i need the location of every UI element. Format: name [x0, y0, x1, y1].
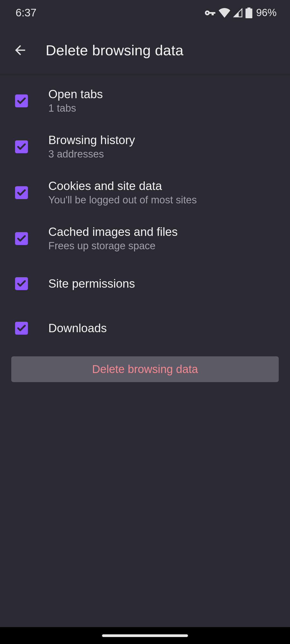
- status-bar: 6:37 96%: [0, 0, 290, 25]
- battery-percentage: 96%: [256, 7, 277, 19]
- option-text: Open tabs 1 tabs: [48, 87, 103, 114]
- option-title: Downloads: [48, 321, 107, 335]
- option-subtitle: You'll be logged out of most sites: [48, 194, 197, 206]
- status-time: 6:37: [16, 7, 37, 19]
- option-browsing-history[interactable]: Browsing history 3 addresses: [0, 124, 290, 170]
- checkbox-site-permissions[interactable]: [15, 277, 28, 290]
- option-text: Cookies and site data You'll be logged o…: [48, 179, 197, 206]
- delete-browsing-data-button[interactable]: Delete browsing data: [11, 356, 279, 382]
- checkbox-downloads[interactable]: [15, 322, 28, 335]
- checkmark-icon: [16, 142, 27, 152]
- wifi-icon: [219, 8, 230, 18]
- option-text: Downloads: [48, 321, 107, 335]
- option-title: Cached images and files: [48, 225, 178, 239]
- checkbox-cached-images[interactable]: [15, 232, 28, 245]
- navigation-bar: [0, 627, 290, 644]
- option-text: Site permissions: [48, 277, 135, 290]
- option-title: Site permissions: [48, 277, 135, 290]
- option-subtitle: 1 tabs: [48, 103, 103, 114]
- checkmark-icon: [16, 323, 27, 333]
- page-title: Delete browsing data: [46, 42, 183, 58]
- battery-icon: [245, 8, 252, 18]
- checkbox-browsing-history[interactable]: [15, 140, 28, 153]
- option-cached-images[interactable]: Cached images and files Frees up storage…: [0, 215, 290, 261]
- delete-button-label: Delete browsing data: [92, 363, 198, 376]
- option-title: Cookies and site data: [48, 179, 197, 193]
- cellular-signal-icon: [233, 8, 243, 18]
- option-text: Browsing history 3 addresses: [48, 133, 135, 160]
- option-site-permissions[interactable]: Site permissions: [0, 261, 290, 306]
- arrow-back-icon: [13, 43, 28, 58]
- checkmark-icon: [16, 233, 27, 244]
- option-text: Cached images and files Frees up storage…: [48, 225, 178, 252]
- nav-handle[interactable]: [102, 634, 188, 637]
- option-subtitle: 3 addresses: [48, 148, 135, 160]
- vpn-key-icon: [204, 10, 216, 16]
- options-list: Open tabs 1 tabs Browsing history 3 addr…: [0, 75, 290, 350]
- option-subtitle: Frees up storage space: [48, 240, 178, 252]
- checkmark-icon: [16, 188, 27, 198]
- option-title: Open tabs: [48, 87, 103, 101]
- option-title: Browsing history: [48, 133, 135, 147]
- checkbox-cookies[interactable]: [15, 186, 28, 199]
- app-bar: Delete browsing data: [0, 25, 290, 75]
- checkbox-open-tabs[interactable]: [15, 94, 28, 107]
- checkmark-icon: [16, 96, 27, 106]
- option-cookies[interactable]: Cookies and site data You'll be logged o…: [0, 170, 290, 215]
- checkmark-icon: [16, 279, 27, 289]
- status-icons: 96%: [204, 7, 277, 19]
- option-open-tabs[interactable]: Open tabs 1 tabs: [0, 78, 290, 124]
- option-downloads[interactable]: Downloads: [0, 306, 290, 350]
- back-button[interactable]: [11, 41, 30, 60]
